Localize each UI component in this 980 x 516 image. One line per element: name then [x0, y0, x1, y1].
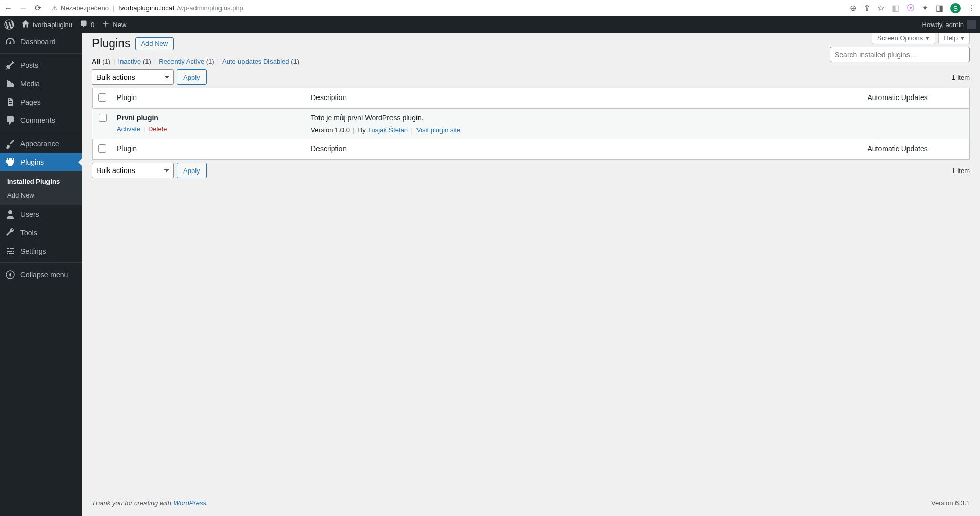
visit-plugin-site-link[interactable]: Visit plugin site — [416, 126, 460, 134]
sidebar-subitem-installed-plugins[interactable]: Installed Plugins — [0, 175, 82, 188]
ext2-icon[interactable]: ⦿ — [906, 4, 915, 12]
sidebar-item-media[interactable]: Media — [0, 75, 82, 93]
admin-footer: Thank you for creating with WordPress. V… — [82, 490, 980, 516]
column-header-description[interactable]: Description — [306, 88, 863, 109]
star-icon[interactable]: ☆ — [877, 4, 885, 12]
sidebar-item-appearance[interactable]: Appearance — [0, 135, 82, 153]
wrench-icon — [5, 228, 15, 238]
adminbar-new-label: New — [113, 21, 126, 29]
footer-version: Version 6.3.1 — [931, 499, 970, 507]
chevron-down-icon: ▾ — [961, 34, 964, 42]
sidebar-item-collapse[interactable]: Collapse menu — [0, 265, 82, 284]
browser-menu-icon[interactable]: ⋮ — [968, 4, 976, 12]
url-bar[interactable]: ⚠ Nezabezpečeno | tvorbapluginu.local/wp… — [47, 2, 844, 15]
url-path: /wp-admin/plugins.php — [177, 4, 243, 12]
by-label: By — [358, 126, 366, 134]
sliders-icon — [5, 246, 15, 256]
help-label: Help — [944, 34, 958, 42]
share-icon[interactable]: ⇪ — [864, 4, 870, 12]
table-row: Prvni plugin Activate | Delete Toto je m… — [93, 109, 970, 139]
browser-chrome: ← → ⟳ ⚠ Nezabezpečeno | tvorbapluginu.lo… — [0, 0, 980, 16]
column-footer-description: Description — [306, 139, 863, 160]
user-avatar-icon — [967, 20, 976, 29]
plugin-author-link[interactable]: Tusjak Štefan — [368, 126, 408, 134]
footer-wordpress-link[interactable]: WordPress — [174, 499, 206, 507]
screen-options-label: Screen Options — [877, 34, 923, 42]
adminbar-new-link[interactable]: New — [102, 20, 126, 30]
sidebar-item-comments[interactable]: Comments — [0, 111, 82, 130]
plug-icon — [5, 157, 15, 167]
help-button[interactable]: Help ▾ — [938, 33, 970, 44]
wp-adminbar: tvorbapluginu 0 New Howdy, admin — [0, 16, 980, 33]
apply-bulk-bottom-button[interactable]: Apply — [177, 163, 207, 178]
sidebar-item-label: Posts — [20, 61, 38, 69]
column-header-auto-updates[interactable]: Automatic Updates — [863, 88, 970, 109]
pin-icon — [5, 60, 15, 70]
sidebar-item-settings[interactable]: Settings — [0, 242, 82, 260]
filter-recently-active[interactable]: Recently Active — [159, 58, 204, 65]
filter-auto-updates-disabled[interactable]: Auto-updates Disabled — [222, 58, 289, 65]
admin-sidebar: Dashboard Posts Media Pages Comments App… — [0, 33, 82, 516]
filter-inactive-count: (1) — [143, 58, 151, 65]
sidebar-submenu-plugins: Installed Plugins Add New — [0, 171, 82, 205]
adminbar-site-link[interactable]: tvorbapluginu — [21, 20, 72, 30]
wordpress-logo-icon[interactable] — [4, 19, 14, 30]
sidebar-subitem-add-new[interactable]: Add New — [0, 188, 82, 202]
activate-link[interactable]: Activate — [117, 125, 140, 133]
insecure-icon: ⚠ — [52, 4, 58, 12]
sidebar-item-label: Pages — [20, 98, 41, 106]
row-checkbox[interactable] — [99, 114, 107, 122]
dashboard-icon — [5, 37, 15, 47]
reload-icon[interactable]: ⟳ — [35, 4, 41, 12]
sidebar-item-label: Tools — [20, 229, 37, 237]
screen-options-button[interactable]: Screen Options ▾ — [872, 33, 936, 44]
sidebar-item-label: Appearance — [20, 140, 59, 148]
back-icon[interactable]: ← — [4, 4, 12, 12]
adminbar-account[interactable]: Howdy, admin — [922, 20, 976, 29]
comments-icon — [5, 115, 15, 126]
forward-icon[interactable]: → — [19, 4, 28, 12]
bulk-actions-select-bottom[interactable]: Bulk actions — [92, 163, 174, 178]
column-footer-auto-updates: Automatic Updates — [863, 139, 970, 160]
sidebar-separator — [0, 260, 82, 263]
items-count-bottom: 1 item — [952, 167, 970, 175]
ext1-icon[interactable]: ◧ — [892, 4, 899, 12]
sidebar-item-label: Plugins — [20, 158, 44, 166]
sidebar-item-users[interactable]: Users — [0, 205, 82, 224]
sidebar-item-label: Settings — [20, 247, 46, 255]
delete-link[interactable]: Delete — [148, 125, 167, 133]
chevron-down-icon: ▾ — [926, 34, 929, 42]
footer-thanks-prefix: Thank you for creating with — [92, 499, 174, 507]
adminbar-comments-link[interactable]: 0 — [80, 20, 94, 30]
filter-inactive[interactable]: Inactive — [118, 58, 141, 65]
bulk-actions-select-top[interactable]: Bulk actions — [92, 69, 174, 85]
sidebar-item-label: Users — [20, 210, 39, 218]
collapse-icon — [5, 269, 15, 280]
home-icon — [21, 20, 30, 30]
sidebar-item-tools[interactable]: Tools — [0, 224, 82, 242]
panel-icon[interactable]: ◨ — [936, 4, 943, 12]
filter-all[interactable]: All — [92, 58, 101, 65]
zoom-icon[interactable]: ⊕ — [850, 4, 856, 12]
comment-icon — [80, 20, 88, 30]
sidebar-item-posts[interactable]: Posts — [0, 56, 82, 75]
profile-avatar[interactable]: s — [950, 3, 961, 13]
apply-bulk-top-button[interactable]: Apply — [177, 69, 207, 85]
footer-period: . — [206, 499, 208, 507]
sidebar-item-dashboard[interactable]: Dashboard — [0, 33, 82, 51]
pages-icon — [5, 97, 15, 107]
extensions-icon[interactable]: ✦ — [922, 4, 928, 12]
plugin-version: Version 1.0.0 — [311, 126, 350, 134]
sidebar-item-label: Comments — [20, 116, 55, 125]
sidebar-separator — [0, 51, 82, 54]
filter-recent-count: (1) — [206, 58, 214, 65]
sidebar-item-label: Media — [20, 80, 40, 88]
adminbar-comment-count: 0 — [91, 21, 94, 29]
select-all-checkbox-bottom[interactable] — [98, 144, 106, 153]
search-plugins-input[interactable] — [830, 47, 970, 62]
content-area: Screen Options ▾ Help ▾ Plugins Add New … — [82, 33, 980, 516]
sidebar-item-plugins[interactable]: Plugins — [0, 153, 82, 171]
column-header-plugin[interactable]: Plugin — [112, 88, 306, 109]
sidebar-item-pages[interactable]: Pages — [0, 93, 82, 111]
select-all-checkbox-top[interactable] — [98, 93, 106, 102]
